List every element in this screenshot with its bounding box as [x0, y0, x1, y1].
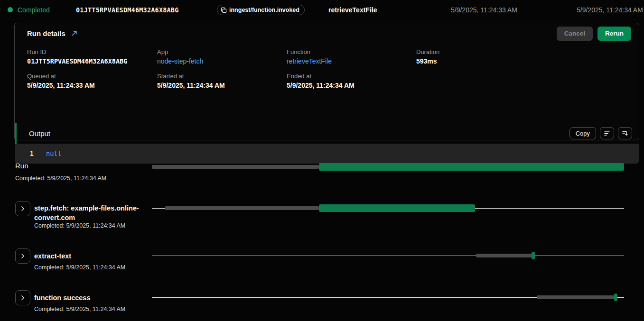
queue-duration-bar — [152, 165, 319, 169]
extract-text-label: extract-text — [34, 251, 148, 261]
field-value: 01JTT5RPVAESDM46M32A6X8ABG — [27, 57, 157, 65]
scroll-to-bottom-button[interactable] — [618, 127, 632, 139]
run-details-header: Run details Cancel Rerun — [15, 23, 639, 44]
function-name-text: retrieveTextFile — [328, 6, 377, 14]
rerun-button[interactable]: Rerun — [597, 27, 631, 41]
field-value: 5/9/2025, 11:24:34 AM — [287, 82, 416, 89]
timeline-run-label: Run — [15, 162, 28, 170]
field-app: App node-step-fetch — [157, 48, 287, 65]
function-success-track[interactable] — [152, 293, 624, 301]
code-null-value: null — [46, 150, 62, 157]
field-queued-at: Queued at 5/9/2025, 11:24:33 AM — [27, 73, 157, 89]
field-value: 5/9/2025, 11:24:33 AM — [27, 82, 157, 89]
field-started-at: Started at 5/9/2025, 11:24:34 AM — [157, 73, 287, 89]
wait-duration-bar — [537, 295, 615, 299]
field-function: Function retrieveTextFile — [287, 48, 416, 65]
field-value: 593ms — [416, 57, 626, 65]
run-details-title: Run details — [27, 29, 65, 37]
field-label: Run ID — [27, 48, 157, 55]
run-status-text: Completed — [18, 6, 50, 14]
chevron-right-icon — [20, 254, 25, 258]
field-run-id: Run ID 01JTT5RPVAESDM46M32A6X8ABG — [27, 48, 157, 65]
step-duration-bar — [319, 204, 475, 212]
field-duration: Duration 593ms — [416, 48, 626, 65]
track-baseline — [152, 256, 624, 256]
copy-icon — [221, 7, 227, 13]
run-details-grid: Run ID 01JTT5RPVAESDM46M32A6X8ABG App no… — [15, 44, 639, 89]
app-link[interactable]: node-step-fetch — [157, 57, 287, 65]
lines-arrow-down-icon — [622, 130, 628, 137]
step-fetch-label: step.fetch: example-files.online-convert… — [34, 203, 148, 222]
event-badge-label: inngest/function.invoked — [229, 7, 299, 13]
expand-function-success-button[interactable] — [15, 290, 30, 305]
field-label: Queued at — [27, 73, 157, 80]
chevron-right-icon — [20, 206, 25, 211]
function-success-completed: Completed: 5/9/2025, 11:24:34 AM — [34, 306, 125, 312]
run-id-text: 01JTT5RPVAESDM46M32A6X8ABG — [76, 6, 179, 14]
output-section-header: Output Copy — [15, 123, 639, 144]
started-timestamp: 5/9/2025, 11:24:34 AM — [577, 6, 643, 14]
code-line-number: 1 — [15, 150, 34, 157]
output-code-block[interactable]: 1 null — [15, 144, 639, 164]
step-fetch-completed: Completed: 5/9/2025, 11:24:34 AM — [34, 222, 125, 229]
run-details-panel: Run details Cancel Rerun Run ID 01JTT5RP… — [14, 23, 639, 140]
field-label: Started at — [157, 73, 287, 80]
field-label: Duration — [416, 48, 626, 55]
status-dot-icon — [8, 7, 13, 12]
field-ended-at: Ended at 5/9/2025, 11:24:34 AM — [287, 73, 416, 89]
event-name-badge[interactable]: inngest/function.invoked — [217, 5, 305, 15]
step-duration-marker — [532, 252, 535, 259]
word-wrap-button[interactable] — [600, 127, 614, 139]
run-duration-bar — [319, 163, 624, 171]
copy-output-button[interactable]: Copy — [569, 127, 596, 139]
wait-duration-bar — [476, 254, 532, 257]
step-fetch-track[interactable] — [152, 204, 624, 212]
extract-text-completed: Completed: 5/9/2025, 11:24:34 AM — [34, 264, 125, 271]
field-label: Function — [287, 48, 416, 55]
function-link[interactable]: retrieveTextFile — [287, 57, 416, 65]
field-value: 5/9/2025, 11:24:34 AM — [157, 82, 287, 89]
queued-timestamp: 5/9/2025, 11:24:33 AM — [451, 6, 517, 14]
cancel-button[interactable]: Cancel — [557, 27, 593, 41]
step-duration-marker — [614, 293, 617, 301]
expand-step-fetch-button[interactable] — [15, 201, 30, 216]
external-link-icon[interactable] — [71, 30, 77, 37]
timeline-run-track[interactable] — [152, 163, 624, 171]
field-label: App — [157, 48, 287, 55]
run-status-bar: Completed 01JTT5RPVAESDM46M32A6X8ABG inn… — [0, 0, 644, 20]
output-actions: Copy — [569, 127, 632, 139]
word-wrap-icon — [604, 130, 610, 137]
timeline-run-completed: Completed: 5/9/2025, 11:24:34 AM — [15, 175, 106, 182]
chevron-right-icon — [20, 295, 25, 300]
expand-extract-text-button[interactable] — [15, 248, 30, 264]
panel-actions: Cancel Rerun — [557, 27, 631, 41]
wait-duration-bar — [165, 206, 319, 210]
output-title: Output — [29, 129, 50, 138]
extract-text-track[interactable] — [152, 252, 624, 259]
field-label: Ended at — [287, 73, 416, 80]
function-success-label: function success — [34, 293, 148, 303]
